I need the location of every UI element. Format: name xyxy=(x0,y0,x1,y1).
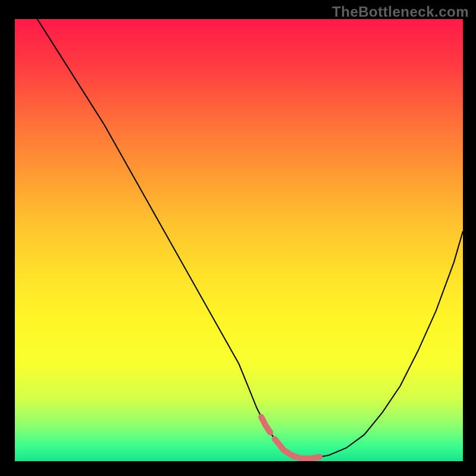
bottleneck-chart xyxy=(15,19,463,461)
highlight-segment xyxy=(313,457,320,458)
plot-area xyxy=(15,19,463,461)
chart-stage: TheBottleneck.com xyxy=(0,0,476,476)
watermark-text: TheBottleneck.com xyxy=(332,4,469,20)
gradient-background xyxy=(15,19,463,461)
